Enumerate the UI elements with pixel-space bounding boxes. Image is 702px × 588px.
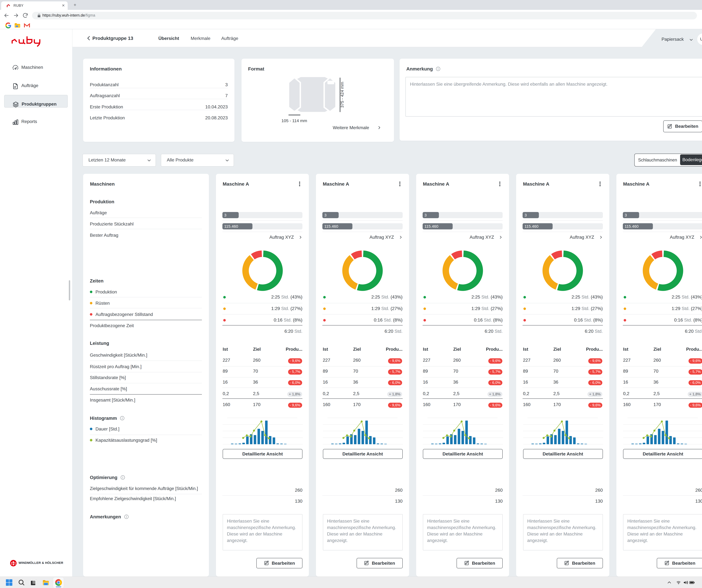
svg-text:375 - 424 mm: 375 - 424 mm: [340, 82, 344, 108]
svg-text:105 - 114 mm: 105 - 114 mm: [281, 118, 307, 123]
